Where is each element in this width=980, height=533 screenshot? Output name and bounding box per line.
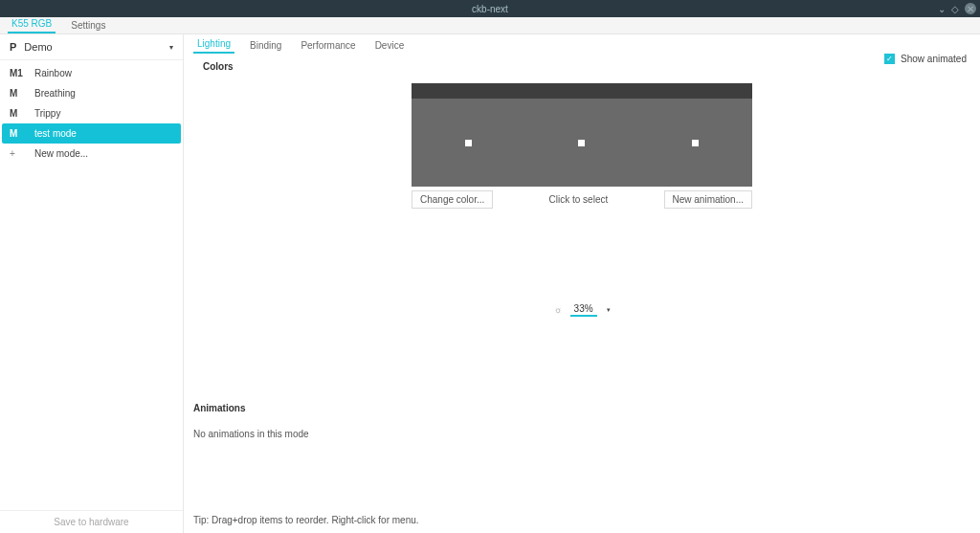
brightness-value: 33%: [570, 302, 597, 317]
content: P Demo ▾ M1 Rainbow M Breathing M Trippy…: [0, 34, 980, 533]
mode-list: M1 Rainbow M Breathing M Trippy M test m…: [0, 60, 183, 510]
device-select[interactable]: P Demo ▾: [0, 34, 183, 60]
minimize-icon[interactable]: ⌄: [938, 4, 946, 14]
new-mode-label: New mode...: [34, 148, 88, 159]
checkbox-checked-icon: ✓: [884, 54, 895, 64]
new-animation-button[interactable]: New animation...: [664, 190, 752, 209]
mode-label: Trippy: [34, 108, 60, 119]
subtab-lighting[interactable]: Lighting: [193, 35, 234, 54]
zone-key[interactable]: [692, 140, 699, 146]
mode-label: Rainbow: [34, 68, 72, 78]
device-tag: P: [10, 41, 16, 53]
brightness-control[interactable]: ☼ 33% ▾: [184, 302, 980, 317]
subtab-binding[interactable]: Binding: [246, 37, 285, 54]
main: Lighting Binding Performance Device Colo…: [184, 34, 980, 533]
device-name: Demo: [24, 41, 52, 53]
change-color-button[interactable]: Change color...: [412, 190, 493, 209]
brightness-icon: ☼: [553, 304, 562, 315]
animations-section: Animations No animations in this mode: [184, 399, 980, 453]
zone-key[interactable]: [465, 140, 472, 146]
animations-empty-text: No animations in this mode: [184, 415, 980, 453]
chevron-down-icon: ▾: [169, 43, 173, 52]
window-title: ckb-next: [472, 4, 508, 14]
titlebar: ckb-next ⌄ ◇ ✕: [0, 0, 980, 17]
chevron-down-icon: ▾: [607, 306, 611, 314]
tab-settings[interactable]: Settings: [67, 17, 109, 33]
device-preview-body: [412, 99, 752, 187]
subtab-device[interactable]: Device: [371, 37, 409, 54]
maximize-icon[interactable]: ◇: [951, 4, 959, 14]
show-animated-toggle[interactable]: ✓ Show animated: [884, 54, 967, 64]
show-animated-label: Show animated: [901, 54, 967, 64]
preview-area: Change color... Click to select New anim…: [184, 83, 980, 209]
menubar: K55 RGB Settings: [0, 17, 980, 34]
animations-title: Animations: [184, 399, 980, 415]
mode-item-test-mode[interactable]: M test mode: [2, 123, 181, 144]
colors-section: Colors ✓ Show animated: [184, 54, 980, 74]
new-mode-button[interactable]: + New mode...: [2, 144, 181, 164]
colors-title: Colors: [193, 57, 970, 74]
device-preview-header: [412, 83, 752, 99]
close-icon[interactable]: ✕: [965, 3, 976, 14]
subtabs: Lighting Binding Performance Device: [184, 36, 980, 54]
subtab-performance[interactable]: Performance: [297, 37, 359, 54]
tip-text: Tip: Drag+drop items to reorder. Right-c…: [184, 509, 980, 533]
click-to-select-label: Click to select: [549, 194, 609, 205]
save-to-hardware-button[interactable]: Save to hardware: [0, 510, 183, 533]
mode-item-rainbow[interactable]: M1 Rainbow: [2, 63, 181, 83]
window-controls: ⌄ ◇ ✕: [938, 3, 976, 14]
device-preview[interactable]: [412, 83, 752, 187]
zone-key[interactable]: [578, 140, 585, 146]
sidebar: P Demo ▾ M1 Rainbow M Breathing M Trippy…: [0, 34, 184, 533]
mode-item-trippy[interactable]: M Trippy: [2, 103, 181, 123]
mode-item-breathing[interactable]: M Breathing: [2, 83, 181, 103]
tab-k55-rgb[interactable]: K55 RGB: [8, 15, 56, 33]
mode-label: test mode: [34, 128, 77, 139]
preview-button-row: Change color... Click to select New anim…: [412, 190, 752, 209]
mode-label: Breathing: [34, 88, 76, 99]
